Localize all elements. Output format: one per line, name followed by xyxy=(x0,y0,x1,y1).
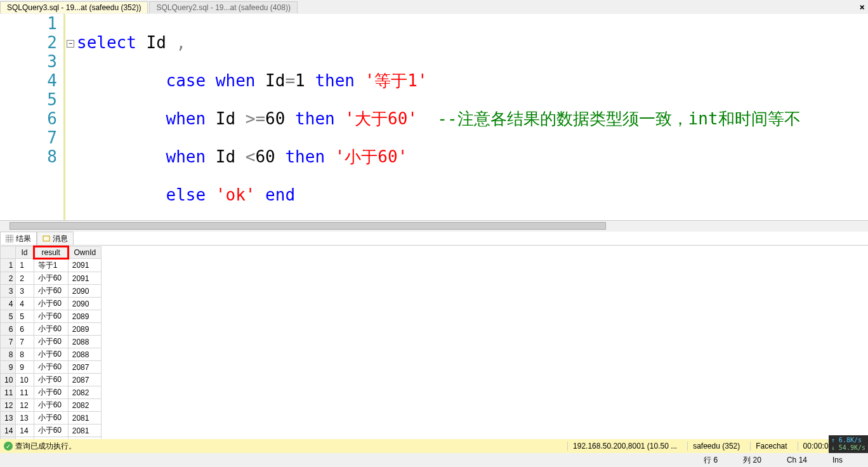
status-bar: ✓ 查询已成功执行。 192.168.50.200,8001 (10.50 ..… xyxy=(0,439,868,453)
cell-ownid[interactable]: 2088 xyxy=(68,348,101,361)
row-number[interactable]: 6 xyxy=(1,323,16,336)
cell-result[interactable]: 小于60 xyxy=(34,437,68,440)
table-row[interactable]: 66小于602089 xyxy=(1,323,102,336)
cell-id[interactable]: 14 xyxy=(16,424,34,437)
results-tab-bar: 结果 消息 xyxy=(0,232,868,246)
row-number[interactable]: 2 xyxy=(1,272,16,285)
cell-result[interactable]: 小于60 xyxy=(34,412,68,424)
table-row[interactable]: 88小于602088 xyxy=(1,348,102,361)
cell-result[interactable]: 等于1 xyxy=(34,259,68,272)
cell-id[interactable]: 5 xyxy=(16,310,34,323)
cell-ownid[interactable]: 2082 xyxy=(68,386,101,399)
cell-id[interactable]: 15 xyxy=(16,437,34,440)
cell-result[interactable]: 小于60 xyxy=(34,310,68,323)
cell-ownid[interactable]: 2074 xyxy=(68,437,101,440)
cell-ownid[interactable]: 2087 xyxy=(68,361,101,374)
cell-result[interactable]: 小于60 xyxy=(34,374,68,386)
grid-icon xyxy=(6,235,13,242)
cell-ownid[interactable]: 2090 xyxy=(68,298,101,310)
status-user: safeedu (352) xyxy=(687,442,745,451)
cell-result[interactable]: 小于60 xyxy=(34,285,68,298)
cell-id[interactable]: 12 xyxy=(16,399,34,412)
results-grid[interactable]: Id result OwnId 11等于1209122小于60209133小于6… xyxy=(0,246,868,439)
cell-result[interactable]: 小于60 xyxy=(34,336,68,348)
row-number[interactable]: 15 xyxy=(1,437,16,440)
cell-id[interactable]: 6 xyxy=(16,323,34,336)
tab-messages[interactable]: 消息 xyxy=(37,232,74,245)
row-number[interactable]: 5 xyxy=(1,310,16,323)
fold-icon[interactable]: − xyxy=(67,40,74,48)
table-row[interactable]: 11等于12091 xyxy=(1,259,102,272)
tab-results[interactable]: 结果 xyxy=(0,232,37,245)
row-number[interactable]: 9 xyxy=(1,361,16,374)
success-icon: ✓ xyxy=(4,442,13,451)
cell-ownid[interactable]: 2081 xyxy=(68,412,101,424)
row-number[interactable]: 10 xyxy=(1,374,16,386)
line-number-gutter: 1 2 3 4 5 6 7 8 xyxy=(0,14,63,220)
cell-id[interactable]: 8 xyxy=(16,348,34,361)
cell-result[interactable]: 小于60 xyxy=(34,399,68,412)
table-row[interactable]: 22小于602091 xyxy=(1,272,102,285)
row-number[interactable]: 7 xyxy=(1,336,16,348)
cell-id[interactable]: 4 xyxy=(16,298,34,310)
cell-id[interactable]: 11 xyxy=(16,386,34,399)
cell-result[interactable]: 小于60 xyxy=(34,298,68,310)
pos-ins: Ins xyxy=(832,456,843,464)
table-row[interactable]: 99小于602087 xyxy=(1,361,102,374)
col-result[interactable]: result xyxy=(34,247,68,259)
table-row[interactable]: 33小于602090 xyxy=(1,285,102,298)
cell-id[interactable]: 13 xyxy=(16,412,34,424)
table-row[interactable]: 44小于602090 xyxy=(1,298,102,310)
table-row[interactable]: 1212小于602082 xyxy=(1,399,102,412)
editor-tab-inactive[interactable]: SQLQuery2.sql - 19...at (safeedu (408)) xyxy=(149,1,297,13)
cell-ownid[interactable]: 2090 xyxy=(68,285,101,298)
cell-ownid[interactable]: 2087 xyxy=(68,374,101,386)
editor-tab-active[interactable]: SQLQuery3.sql - 19...at (safeedu (352)) xyxy=(0,1,148,13)
editor-horizontal-scrollbar[interactable] xyxy=(0,220,868,232)
code-text[interactable]: −select Id , case when Id=1 then '等于1' w… xyxy=(63,14,868,220)
cell-id[interactable]: 7 xyxy=(16,336,34,348)
close-icon[interactable]: × xyxy=(860,2,865,12)
row-number[interactable]: 11 xyxy=(1,386,16,399)
cell-ownid[interactable]: 2088 xyxy=(68,336,101,348)
cell-ownid[interactable]: 2089 xyxy=(68,310,101,323)
cell-result[interactable]: 小于60 xyxy=(34,361,68,374)
cell-ownid[interactable]: 2091 xyxy=(68,259,101,272)
status-server: 192.168.50.200,8001 (10.50 ... xyxy=(567,442,682,451)
row-number[interactable]: 13 xyxy=(1,412,16,424)
cell-ownid[interactable]: 2081 xyxy=(68,424,101,437)
col-id[interactable]: Id xyxy=(16,247,34,259)
table-row[interactable]: 1111小于602082 xyxy=(1,386,102,399)
cell-id[interactable]: 10 xyxy=(16,374,34,386)
cell-id[interactable]: 9 xyxy=(16,361,34,374)
row-number[interactable]: 1 xyxy=(1,259,16,272)
cell-result[interactable]: 小于60 xyxy=(34,272,68,285)
table-row[interactable]: 77小于602088 xyxy=(1,336,102,348)
col-ownid[interactable]: OwnId xyxy=(68,247,101,259)
row-number[interactable]: 12 xyxy=(1,399,16,412)
pos-col: 列 20 xyxy=(743,455,761,466)
cell-ownid[interactable]: 2082 xyxy=(68,399,101,412)
row-number[interactable]: 3 xyxy=(1,285,16,298)
row-number[interactable]: 4 xyxy=(1,298,16,310)
cell-id[interactable]: 1 xyxy=(16,259,34,272)
table-row[interactable]: 1414小于602081 xyxy=(1,424,102,437)
svg-rect-0 xyxy=(6,235,13,242)
status-db: Facechat xyxy=(750,442,792,451)
cell-id[interactable]: 3 xyxy=(16,285,34,298)
cell-result[interactable]: 小于60 xyxy=(34,323,68,336)
table-row[interactable]: 1010小于602087 xyxy=(1,374,102,386)
cell-ownid[interactable]: 2091 xyxy=(68,272,101,285)
cell-result[interactable]: 小于60 xyxy=(34,424,68,437)
editor-tab-bar: SQLQuery3.sql - 19...at (safeedu (352)) … xyxy=(0,0,868,14)
cell-id[interactable]: 2 xyxy=(16,272,34,285)
cell-result[interactable]: 小于60 xyxy=(34,386,68,399)
cell-result[interactable]: 小于60 xyxy=(34,348,68,361)
row-number[interactable]: 14 xyxy=(1,424,16,437)
table-row[interactable]: 1515小于602074 xyxy=(1,437,102,440)
cell-ownid[interactable]: 2089 xyxy=(68,323,101,336)
table-row[interactable]: 1313小于602081 xyxy=(1,412,102,424)
row-number[interactable]: 8 xyxy=(1,348,16,361)
code-editor[interactable]: 1 2 3 4 5 6 7 8 −select Id , case when I… xyxy=(0,14,868,220)
table-row[interactable]: 55小于602089 xyxy=(1,310,102,323)
